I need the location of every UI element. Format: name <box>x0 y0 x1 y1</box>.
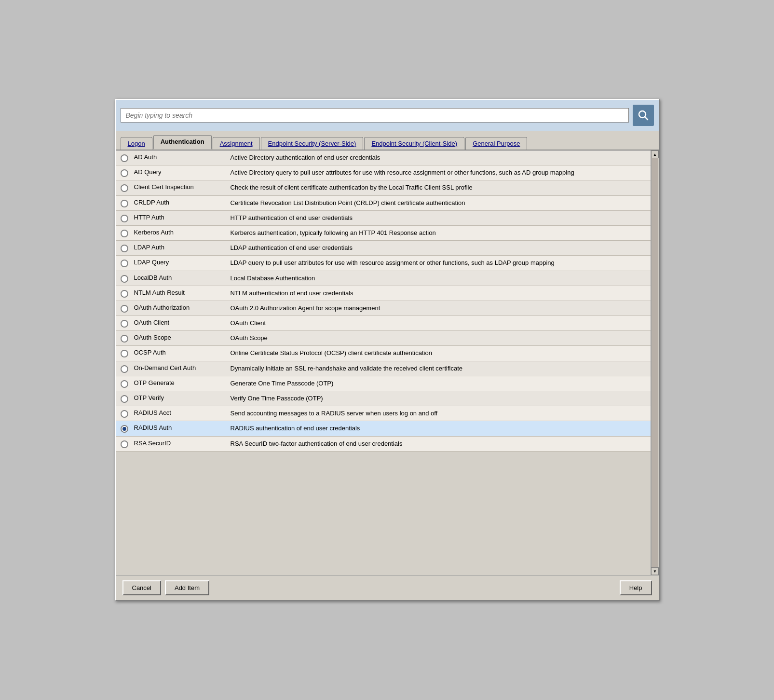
item-description: OAuth 2.0 Authorization Agent for scope … <box>231 304 646 313</box>
scroll-down-arrow[interactable]: ▼ <box>651 567 659 575</box>
item-name: OAuth Scope <box>134 334 231 341</box>
item-name: LocalDB Auth <box>134 274 231 281</box>
cancel-button[interactable]: Cancel <box>122 580 161 595</box>
radio-button[interactable] <box>121 425 128 433</box>
list-item[interactable]: AD AuthActive Directory authentication o… <box>116 151 651 165</box>
list-item[interactable]: LDAP AuthLDAP authentication of end user… <box>116 241 651 256</box>
item-description: Send accounting messages to a RADIUS ser… <box>231 409 646 418</box>
add-item-button[interactable]: Add Item <box>165 580 209 595</box>
item-description: Check the result of client certificate a… <box>231 183 646 192</box>
radio-button[interactable] <box>121 290 128 298</box>
item-name: RADIUS Acct <box>134 409 231 416</box>
radio-button[interactable] <box>121 410 128 418</box>
main-window: Logon Authentication Assignment Endpoint… <box>115 99 660 601</box>
radio-button[interactable] <box>121 320 128 328</box>
radio-button[interactable] <box>121 335 128 343</box>
list-item[interactable]: CRLDP AuthCertificate Revocation List Di… <box>116 196 651 211</box>
search-bar <box>116 100 659 131</box>
item-description: Verify One Time Passcode (OTP) <box>231 394 646 403</box>
item-description: NTLM authentication of end user credenti… <box>231 289 646 298</box>
radio-button[interactable] <box>121 215 128 222</box>
list-item[interactable]: OAuth ScopeOAuth Scope <box>116 331 651 346</box>
list-item[interactable]: RSA SecurIDRSA SecurID two-factor authen… <box>116 437 651 452</box>
item-description: LDAP authentication of end user credenti… <box>231 244 646 252</box>
list-item[interactable]: OAuth AuthorizationOAuth 2.0 Authorizati… <box>116 301 651 316</box>
item-description: Active Directory authentication of end u… <box>231 153 646 162</box>
item-name: LDAP Query <box>134 259 231 266</box>
scroll-up-arrow[interactable]: ▲ <box>651 151 659 158</box>
item-name: AD Auth <box>134 153 231 161</box>
tabs: Logon Authentication Assignment Endpoint… <box>121 135 654 150</box>
item-name: LDAP Auth <box>134 244 231 251</box>
radio-button[interactable] <box>121 440 128 448</box>
list-item[interactable]: AD QueryActive Directory query to pull u… <box>116 165 651 180</box>
item-list: AD AuthActive Directory authentication o… <box>116 151 651 575</box>
tab-endpoint-server[interactable]: Endpoint Security (Server-Side) <box>261 137 364 150</box>
item-description: RADIUS authentication of end user creden… <box>231 424 646 433</box>
item-name: OTP Verify <box>134 394 231 401</box>
item-name: RSA SecurID <box>134 439 231 447</box>
item-description: Generate One Time Passcode (OTP) <box>231 379 646 388</box>
list-item[interactable]: On-Demand Cert AuthDynamically initiate … <box>116 361 651 376</box>
radio-button[interactable] <box>121 245 128 252</box>
list-item[interactable]: OCSP AuthOnline Certificate Status Proto… <box>116 346 651 361</box>
item-name: OTP Generate <box>134 379 231 386</box>
item-name: OCSP Auth <box>134 349 231 356</box>
radio-button[interactable] <box>121 350 128 357</box>
list-item[interactable]: OTP GenerateGenerate One Time Passcode (… <box>116 376 651 391</box>
tab-logon[interactable]: Logon <box>121 137 152 150</box>
content-area: AD AuthActive Directory authentication o… <box>116 151 659 575</box>
item-name: Client Cert Inspection <box>134 183 231 191</box>
item-description: Kerberos authentication, typically follo… <box>231 229 646 237</box>
list-item[interactable]: OTP VerifyVerify One Time Passcode (OTP) <box>116 391 651 406</box>
item-description: RSA SecurID two-factor authentication of… <box>231 439 646 448</box>
item-name: HTTP Auth <box>134 214 231 221</box>
item-description: OAuth Client <box>231 319 646 328</box>
list-item[interactable]: LDAP QueryLDAP query to pull user attrib… <box>116 256 651 271</box>
list-item[interactable]: Client Cert InspectionCheck the result o… <box>116 180 651 195</box>
item-name: OAuth Client <box>134 319 231 326</box>
radio-button[interactable] <box>121 305 128 313</box>
tab-authentication[interactable]: Authentication <box>153 135 212 150</box>
list-item[interactable]: NTLM Auth ResultNTLM authentication of e… <box>116 286 651 301</box>
radio-button[interactable] <box>121 380 128 388</box>
list-item[interactable]: Kerberos AuthKerberos authentication, ty… <box>116 226 651 241</box>
list-item[interactable]: HTTP AuthHTTP authentication of end user… <box>116 211 651 226</box>
scroll-track[interactable] <box>652 158 658 567</box>
radio-button[interactable] <box>121 275 128 283</box>
radio-button[interactable] <box>121 200 128 207</box>
tab-endpoint-client[interactable]: Endpoint Security (Client-Side) <box>364 137 464 150</box>
item-description: Dynamically initiate an SSL re-handshake… <box>231 364 646 373</box>
tab-assignment[interactable]: Assignment <box>213 137 260 150</box>
item-name: AD Query <box>134 168 231 176</box>
list-item[interactable]: RADIUS AuthRADIUS authentication of end … <box>116 421 651 436</box>
svg-line-1 <box>645 117 648 120</box>
item-name: On-Demand Cert Auth <box>134 364 231 371</box>
list-item[interactable]: OAuth ClientOAuth Client <box>116 316 651 331</box>
search-button[interactable] <box>633 105 654 126</box>
item-name: OAuth Authorization <box>134 304 231 311</box>
scrollbar: ▲ ▼ <box>651 151 659 575</box>
item-name: RADIUS Auth <box>134 424 231 431</box>
item-description: Local Database Authentication <box>231 274 646 283</box>
list-item[interactable]: RADIUS AcctSend accounting messages to a… <box>116 406 651 421</box>
item-description: LDAP query to pull user attributes for u… <box>231 259 646 267</box>
radio-button[interactable] <box>121 365 128 373</box>
radio-button[interactable] <box>121 260 128 267</box>
help-button[interactable]: Help <box>620 580 652 595</box>
item-description: Certificate Revocation List Distribution… <box>231 199 646 207</box>
footer: Cancel Add Item Help <box>116 575 659 600</box>
item-name: CRLDP Auth <box>134 199 231 206</box>
item-description: OAuth Scope <box>231 334 646 343</box>
item-description: Online Certificate Status Protocol (OCSP… <box>231 349 646 357</box>
radio-button[interactable] <box>121 154 128 162</box>
radio-button[interactable] <box>121 184 128 192</box>
radio-button[interactable] <box>121 230 128 237</box>
search-input[interactable] <box>121 108 629 123</box>
tabs-area: Logon Authentication Assignment Endpoint… <box>116 131 659 151</box>
radio-button[interactable] <box>121 395 128 403</box>
item-name: NTLM Auth Result <box>134 289 231 296</box>
tab-general-purpose[interactable]: General Purpose <box>465 137 527 150</box>
radio-button[interactable] <box>121 169 128 177</box>
list-item[interactable]: LocalDB AuthLocal Database Authenticatio… <box>116 271 651 286</box>
